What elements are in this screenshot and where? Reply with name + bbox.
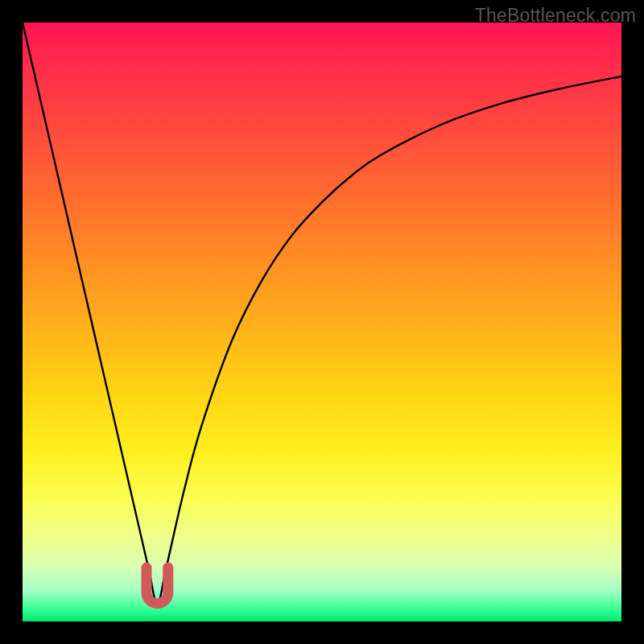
plot-area: [23, 23, 621, 621]
optimum-highlight: [147, 568, 168, 604]
bottleneck-curve-path: [23, 23, 621, 604]
watermark-text: TheBottleneck.com: [475, 5, 636, 27]
chart-frame: TheBottleneck.com: [0, 0, 644, 644]
bottleneck-curve-svg: [23, 23, 621, 621]
